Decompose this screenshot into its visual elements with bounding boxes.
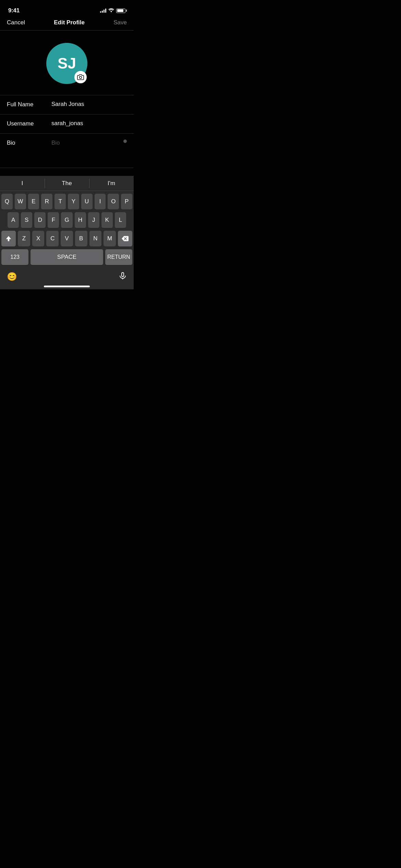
key-row-1: Q W E R T Y U I O P — [1, 194, 132, 209]
key-k[interactable]: K — [101, 212, 113, 228]
numbers-key[interactable]: 123 — [1, 249, 28, 265]
delete-key[interactable] — [118, 231, 132, 246]
avatar-section: SJ — [0, 31, 134, 95]
bio-label: Bio — [7, 139, 51, 146]
mic-button[interactable] — [119, 272, 127, 281]
autocomplete-bar: I The I'm — [0, 176, 134, 191]
key-t[interactable]: T — [54, 194, 66, 209]
status-bar: 9:41 — [0, 0, 134, 16]
key-c[interactable]: C — [46, 231, 59, 246]
autocomplete-item-2[interactable]: The — [45, 176, 89, 191]
key-h[interactable]: H — [75, 212, 86, 228]
key-a[interactable]: A — [8, 212, 19, 228]
change-photo-button[interactable] — [74, 71, 87, 83]
key-o[interactable]: O — [108, 194, 119, 209]
status-icons — [100, 8, 125, 13]
key-z[interactable]: Z — [18, 231, 30, 246]
key-s[interactable]: S — [21, 212, 32, 228]
key-row-4: 123 space return — [1, 249, 132, 265]
bio-input[interactable] — [51, 140, 123, 146]
autocomplete-item-1[interactable]: I — [0, 176, 45, 191]
keyboard: I The I'm Q W E R T Y U I O P A S D — [0, 176, 134, 289]
cancel-button[interactable]: Cancel — [7, 19, 25, 26]
key-rows: Q W E R T Y U I O P A S D F G H J K L — [0, 191, 134, 269]
key-u[interactable]: U — [81, 194, 93, 209]
save-button[interactable]: Save — [113, 19, 127, 26]
full-name-value[interactable]: Sarah Jonas — [51, 101, 127, 108]
key-r[interactable]: R — [41, 194, 52, 209]
username-value[interactable]: sarah_jonas — [51, 120, 127, 127]
key-n[interactable]: N — [89, 231, 102, 246]
full-name-row: Full Name Sarah Jonas — [0, 95, 134, 114]
key-f[interactable]: F — [48, 212, 59, 228]
key-x[interactable]: X — [32, 231, 45, 246]
signal-icon — [100, 9, 106, 13]
space-key[interactable]: space — [31, 249, 103, 265]
key-p[interactable]: P — [121, 194, 132, 209]
emoji-button[interactable]: 😊 — [7, 272, 17, 281]
home-indicator — [0, 283, 134, 289]
bio-row: Bio — [0, 134, 134, 168]
shift-key[interactable] — [1, 231, 16, 246]
key-q[interactable]: Q — [1, 194, 13, 209]
battery-icon — [116, 9, 125, 13]
key-w[interactable]: W — [15, 194, 26, 209]
avatar-initials: SJ — [58, 55, 76, 72]
cursor-indicator — [123, 140, 127, 143]
delete-icon — [122, 236, 129, 241]
username-label: Username — [7, 120, 51, 127]
key-e[interactable]: E — [28, 194, 39, 209]
key-v[interactable]: V — [61, 231, 73, 246]
return-key[interactable]: return — [105, 249, 132, 265]
key-l[interactable]: L — [115, 212, 126, 228]
key-b[interactable]: B — [75, 231, 87, 246]
key-row-2: A S D F G H J K L — [1, 212, 132, 228]
key-d[interactable]: D — [34, 212, 46, 228]
svg-point-0 — [80, 76, 82, 79]
wifi-icon — [108, 8, 114, 13]
key-i[interactable]: I — [95, 194, 106, 209]
shift-icon — [5, 236, 12, 242]
key-j[interactable]: J — [88, 212, 99, 228]
full-name-label: Full Name — [7, 101, 51, 108]
username-row: Username sarah_jonas — [0, 114, 134, 134]
home-indicator-bar — [44, 286, 90, 287]
key-g[interactable]: G — [61, 212, 72, 228]
status-time: 9:41 — [8, 7, 20, 14]
autocomplete-item-3[interactable]: I'm — [89, 176, 134, 191]
key-m[interactable]: M — [104, 231, 116, 246]
page-title: Edit Profile — [54, 19, 85, 26]
avatar-container[interactable]: SJ — [46, 43, 87, 84]
key-row-3: Z X C V B N M — [1, 231, 132, 246]
camera-icon — [77, 74, 84, 81]
bottom-bar: 😊 — [0, 269, 134, 283]
key-y[interactable]: Y — [68, 194, 79, 209]
nav-bar: Cancel Edit Profile Save — [0, 16, 134, 31]
mic-icon — [119, 272, 127, 280]
form-section: Full Name Sarah Jonas Username sarah_jon… — [0, 95, 134, 168]
